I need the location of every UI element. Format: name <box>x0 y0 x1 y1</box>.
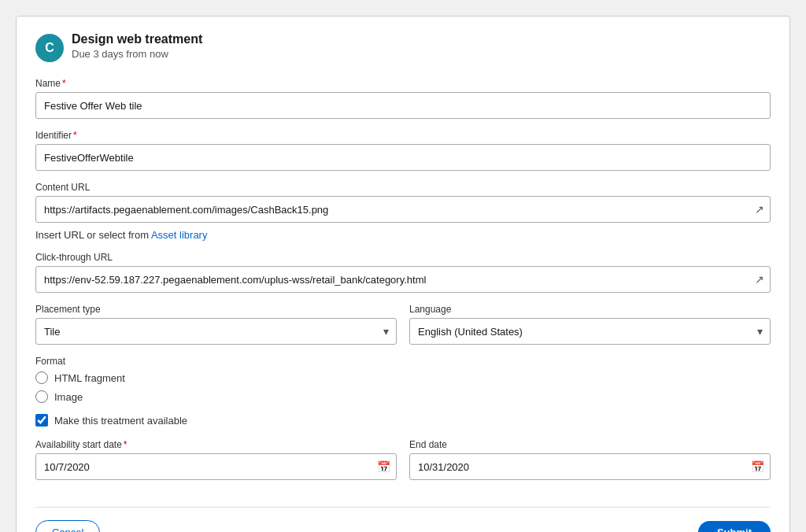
format-image-option[interactable]: Image <box>35 390 771 403</box>
placement-type-select-wrapper: Tile Banner Overlay <box>35 318 397 345</box>
start-date-group: Availability start date* 📅 <box>35 439 397 480</box>
start-date-label: Availability start date* <box>35 439 397 450</box>
end-date-group: End date 📅 <box>409 439 771 480</box>
placement-type-label: Placement type <box>35 304 397 315</box>
clickthrough-url-input[interactable] <box>35 266 771 293</box>
make-available-group[interactable]: Make this treatment available <box>35 414 771 427</box>
identifier-field-group: Identifier* <box>35 130 771 171</box>
language-select[interactable]: English (United States) Spanish French <box>409 318 771 345</box>
format-label: Format <box>35 356 771 367</box>
name-input[interactable] <box>35 92 771 119</box>
header-text: Design web treatment Due 3 days from now <box>72 32 202 60</box>
end-date-input-wrapper: 📅 <box>409 453 771 480</box>
asset-library-link[interactable]: Asset library <box>151 229 208 241</box>
content-url-field-group: Content URL ↗ <box>35 182 771 223</box>
placement-language-row: Placement type Tile Banner Overlay Langu… <box>35 304 771 356</box>
make-available-checkbox[interactable] <box>35 414 48 427</box>
format-image-label: Image <box>54 391 83 403</box>
submit-button[interactable]: Submit <box>698 521 771 532</box>
content-url-input[interactable] <box>35 196 771 223</box>
content-url-input-wrapper: ↗ <box>35 196 771 223</box>
content-url-label: Content URL <box>35 182 771 193</box>
insert-url-row: Insert URL or select from Asset library <box>35 229 771 241</box>
placement-type-select[interactable]: Tile Banner Overlay <box>35 318 397 345</box>
clickthrough-url-field-group: Click-through URL ↗ <box>35 252 771 293</box>
form-footer: Cancel Submit <box>35 507 771 532</box>
start-date-input[interactable] <box>35 453 397 480</box>
language-select-wrapper: English (United States) Spanish French <box>409 318 771 345</box>
clickthrough-url-input-wrapper: ↗ <box>35 266 771 293</box>
end-date-calendar-icon[interactable]: 📅 <box>751 460 764 473</box>
start-date-input-wrapper: 📅 <box>35 453 397 480</box>
format-html-fragment-option[interactable]: HTML fragment <box>35 371 771 384</box>
page-title: Design web treatment <box>72 32 202 46</box>
format-radio-group: HTML fragment Image <box>35 371 771 403</box>
format-html-fragment-label: HTML fragment <box>54 372 125 384</box>
format-image-radio[interactable] <box>35 390 48 403</box>
start-date-required-star: * <box>124 439 128 450</box>
name-label: Name* <box>35 78 771 89</box>
identifier-required-star: * <box>73 130 77 141</box>
content-url-external-link-icon[interactable]: ↗ <box>755 203 764 216</box>
modal-form: C Design web treatment Due 3 days from n… <box>16 16 790 532</box>
make-available-label[interactable]: Make this treatment available <box>54 415 187 427</box>
dates-row: Availability start date* 📅 End date 📅 <box>35 439 771 491</box>
due-date-subtitle: Due 3 days from now <box>72 48 202 60</box>
placement-type-group: Placement type Tile Banner Overlay <box>35 304 397 345</box>
format-html-fragment-radio[interactable] <box>35 371 48 384</box>
language-label: Language <box>409 304 771 315</box>
format-section: Format HTML fragment Image <box>35 356 771 403</box>
start-date-calendar-icon[interactable]: 📅 <box>377 460 390 473</box>
clickthrough-url-label: Click-through URL <box>35 252 771 263</box>
name-required-star: * <box>62 78 66 89</box>
clickthrough-url-external-link-icon[interactable]: ↗ <box>755 273 764 286</box>
identifier-label: Identifier* <box>35 130 771 141</box>
form-header: C Design web treatment Due 3 days from n… <box>35 32 771 62</box>
cancel-button[interactable]: Cancel <box>35 520 100 532</box>
language-group: Language English (United States) Spanish… <box>409 304 771 345</box>
end-date-input[interactable] <box>409 453 771 480</box>
name-field-group: Name* <box>35 78 771 119</box>
insert-url-text: Insert URL or select from <box>35 229 149 241</box>
identifier-input[interactable] <box>35 144 771 171</box>
avatar: C <box>35 34 64 62</box>
end-date-label: End date <box>409 439 771 450</box>
